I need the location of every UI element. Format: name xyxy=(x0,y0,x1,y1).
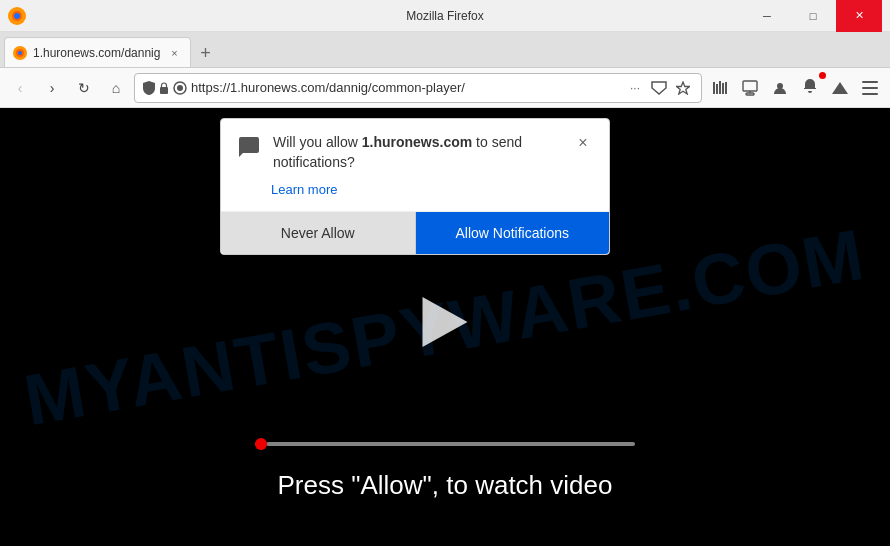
lock-icon xyxy=(159,82,169,94)
svg-rect-20 xyxy=(862,81,878,83)
play-button[interactable] xyxy=(423,297,468,347)
svg-rect-22 xyxy=(862,93,878,95)
pocket-icon[interactable] xyxy=(649,78,669,98)
active-tab[interactable]: 1.huronews.com/dannig × xyxy=(4,37,191,67)
new-tab-button[interactable]: + xyxy=(191,39,219,67)
forward-button[interactable]: › xyxy=(38,74,66,102)
progress-remaining xyxy=(267,442,635,446)
svg-rect-13 xyxy=(722,83,724,94)
account-button[interactable] xyxy=(766,74,794,102)
shield-icon xyxy=(143,81,155,95)
progress-track xyxy=(255,442,635,446)
camera-icon xyxy=(173,81,187,95)
allow-notifications-button[interactable]: Allow Notifications xyxy=(416,212,610,254)
notification-message: Will you allow 1.huronews.com to send no… xyxy=(273,133,561,172)
svg-marker-19 xyxy=(832,82,848,94)
svg-point-5 xyxy=(18,51,22,55)
home-button[interactable]: ⌂ xyxy=(102,74,130,102)
svg-point-2 xyxy=(14,13,20,19)
notifications-button[interactable] xyxy=(796,74,824,102)
never-allow-button[interactable]: Never Allow xyxy=(221,212,416,254)
maximize-button[interactable]: □ xyxy=(790,0,836,32)
reload-button[interactable]: ↻ xyxy=(70,74,98,102)
tab-favicon-icon xyxy=(13,46,27,60)
navbar: ‹ › ↻ ⌂ https://1.huronews.com/dannig/co… xyxy=(0,68,890,108)
tabbar: 1.huronews.com/dannig × + xyxy=(0,32,890,68)
more-actions-icon[interactable]: ··· xyxy=(625,78,645,98)
notification-header: Will you allow 1.huronews.com to send no… xyxy=(237,133,593,172)
video-progress-bar[interactable] xyxy=(255,442,635,446)
address-bar-icons: ··· xyxy=(625,78,693,98)
svg-rect-11 xyxy=(716,84,718,94)
notification-popup: Will you allow 1.huronews.com to send no… xyxy=(220,118,610,255)
firefox-logo-icon xyxy=(8,7,26,25)
overflow-button[interactable] xyxy=(826,74,854,102)
notification-dialog-icon xyxy=(237,135,261,165)
notification-badge xyxy=(819,72,826,79)
svg-rect-16 xyxy=(746,93,754,95)
tab-close-button[interactable]: × xyxy=(166,45,182,61)
notification-close-button[interactable]: × xyxy=(573,133,593,153)
svg-rect-15 xyxy=(743,81,757,91)
svg-marker-9 xyxy=(677,82,690,94)
toolbar-icons xyxy=(706,74,884,102)
notification-message-prefix: Will you allow xyxy=(273,134,362,150)
titlebar: Mozilla Firefox ─ □ ✕ xyxy=(0,0,890,32)
address-bar[interactable]: https://1.huronews.com/dannig/common-pla… xyxy=(134,73,702,103)
notification-domain: 1.huronews.com xyxy=(362,134,472,150)
minimize-button[interactable]: ─ xyxy=(744,0,790,32)
svg-point-8 xyxy=(177,85,183,91)
content-area: MYANTISPYWARE.COM Press "Allow", to watc… xyxy=(0,108,890,546)
tab-title: 1.huronews.com/dannig xyxy=(33,46,160,60)
library-button[interactable] xyxy=(706,74,734,102)
svg-rect-6 xyxy=(160,87,168,94)
press-allow-text: Press "Allow", to watch video xyxy=(278,470,613,501)
svg-rect-10 xyxy=(713,82,715,94)
hamburger-menu-button[interactable] xyxy=(856,74,884,102)
back-button[interactable]: ‹ xyxy=(6,74,34,102)
bookmark-star-icon[interactable] xyxy=(673,78,693,98)
notification-learn-more-link[interactable]: Learn more xyxy=(271,182,337,197)
svg-rect-21 xyxy=(862,87,878,89)
titlebar-left xyxy=(8,7,26,25)
svg-rect-14 xyxy=(725,82,727,94)
svg-rect-12 xyxy=(719,81,721,94)
synced-tabs-button[interactable] xyxy=(736,74,764,102)
progress-indicator xyxy=(255,438,267,450)
url-display: https://1.huronews.com/dannig/common-pla… xyxy=(191,80,621,95)
titlebar-title: Mozilla Firefox xyxy=(406,9,483,23)
notification-buttons: Never Allow Allow Notifications xyxy=(221,211,609,254)
close-button[interactable]: ✕ xyxy=(836,0,882,32)
titlebar-controls: ─ □ ✕ xyxy=(744,0,882,32)
